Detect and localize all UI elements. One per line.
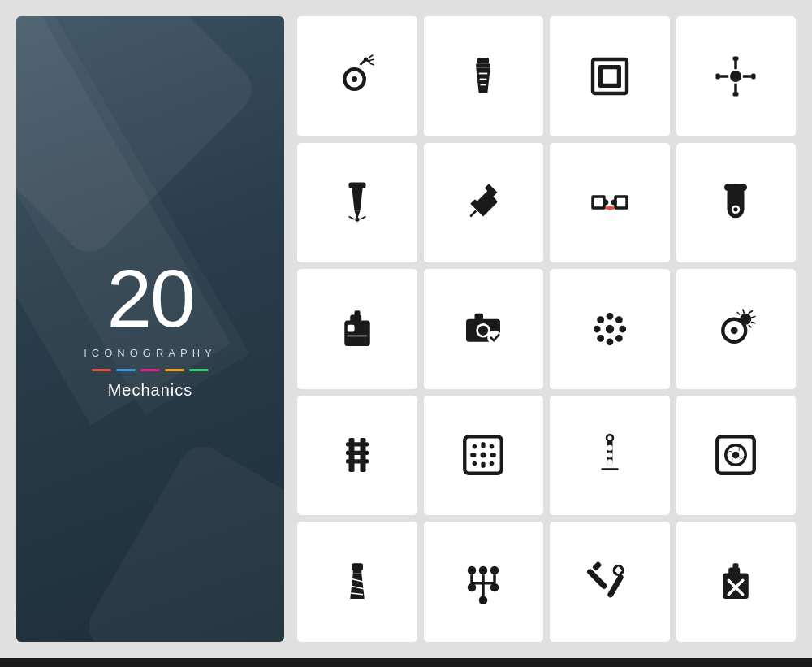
icon-card-gear-shift-knob [550,396,670,516]
svg-line-70 [752,316,756,318]
svg-rect-78 [346,451,369,455]
svg-point-94 [607,445,612,451]
gas-can-icon [335,306,380,352]
left-panel: 20 ICONOGRAPHY Mechanics [16,16,284,642]
icon-card-fan-motor [676,396,797,516]
svg-line-30 [348,217,354,220]
panel-text: 20 ICONOGRAPHY Mechanics [84,258,217,400]
svg-point-95 [607,453,612,458]
icon-card-gear-square [424,396,544,516]
svg-rect-16 [603,69,617,84]
svg-point-64 [597,335,604,342]
icon-card-gear-dots [550,269,670,389]
svg-point-109 [490,566,499,575]
svg-point-65 [615,335,623,342]
cylinder-cup-icon [713,180,758,225]
svg-point-60 [594,325,601,332]
icon-card-connector [550,143,670,263]
svg-rect-102 [353,570,362,574]
color-dot-red [92,369,111,371]
svg-point-41 [607,206,611,210]
svg-line-5 [369,55,373,58]
gear-shift-knob-icon [587,432,633,478]
svg-rect-77 [346,443,369,447]
svg-rect-83 [482,443,486,448]
svg-rect-117 [587,568,608,590]
main-content: 20 ICONOGRAPHY Mechanics [0,0,812,658]
svg-point-4 [364,57,368,61]
svg-rect-84 [482,462,486,468]
icon-count: 20 [84,258,217,339]
svg-point-38 [603,200,608,206]
svg-line-74 [737,312,741,315]
svg-rect-86 [490,453,496,457]
svg-point-39 [611,200,617,206]
svg-point-1 [352,76,357,82]
svg-point-67 [731,327,738,334]
icon-card-crosshair [676,16,797,136]
svg-rect-119 [607,574,624,599]
svg-rect-43 [724,184,747,192]
color-bar [84,369,217,371]
svg-rect-8 [477,58,489,63]
svg-rect-79 [346,460,369,464]
svg-rect-124 [733,563,739,569]
svg-line-33 [471,211,477,217]
icon-card-drill-bit [424,16,544,136]
icon-card-camera [424,269,544,389]
svg-rect-101 [352,563,363,570]
svg-point-57 [606,325,615,334]
svg-point-61 [619,325,626,332]
svg-point-93 [607,436,611,440]
svg-rect-37 [617,198,626,207]
svg-rect-46 [344,320,370,346]
icon-card-gas-can [297,269,417,389]
svg-point-29 [355,218,359,222]
svg-rect-89 [472,461,477,466]
svg-line-69 [749,310,753,314]
svg-rect-54 [475,314,484,321]
svg-point-17 [730,71,741,82]
tire-tread-icon [335,432,380,478]
svg-point-45 [734,207,738,211]
color-dot-blue [116,369,136,371]
svg-point-59 [606,338,613,345]
icon-card-bolt-screw [297,522,417,642]
svg-line-71 [752,322,756,323]
svg-rect-88 [489,444,495,449]
icon-card-transmission [424,522,544,642]
svg-point-58 [606,313,613,320]
icon-card-push-pin [424,143,544,263]
svg-point-112 [479,596,488,604]
svg-rect-22 [733,56,739,60]
svg-point-68 [741,314,752,325]
crosshair-bolts-icon [713,54,758,99]
svg-rect-24 [716,73,720,79]
svg-point-55 [488,331,503,345]
icon-card-cylinder [676,143,797,263]
svg-rect-50 [348,335,368,337]
svg-rect-85 [471,453,477,457]
svg-point-96 [607,460,612,466]
icon-card-tools [550,522,670,642]
icon-card-oil-can-x [676,522,797,642]
icon-grid [297,16,796,642]
color-dot-green [189,369,209,371]
push-pin-icon [460,180,506,225]
svg-point-108 [479,566,488,575]
svg-point-63 [615,316,623,323]
laser-cutter-icon [335,180,380,225]
gear-in-square-icon [460,432,506,478]
icon-card-laser-cutter [297,143,417,263]
laser-wheel-icon [335,54,380,99]
svg-point-62 [597,316,604,323]
svg-point-100 [732,452,740,459]
svg-line-6 [369,59,374,61]
svg-rect-25 [752,73,756,79]
bolt-screw-icon [335,559,380,604]
camera-check-icon [460,306,506,352]
svg-point-82 [481,453,486,458]
svg-point-53 [478,325,488,335]
tools-screwdriver-icon [587,559,633,604]
wheel-sun-icon [713,306,758,352]
